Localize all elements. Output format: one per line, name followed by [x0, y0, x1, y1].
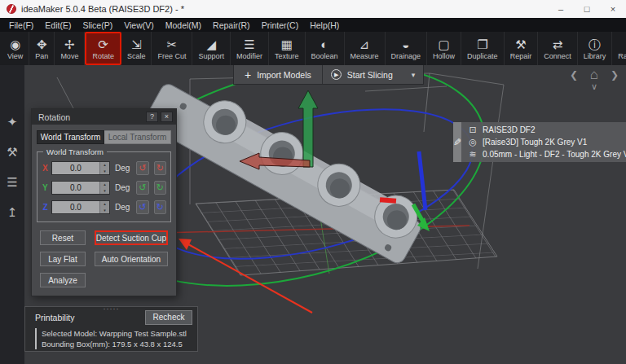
z-unit-label: Deg: [115, 203, 130, 212]
detect-suction-cup-button[interactable]: Detect Suction Cup: [95, 230, 168, 245]
y-unit-label: Deg: [115, 183, 130, 192]
ideamaker-window: ideaMaker 5.0.4 Beta (RAISE3D DF2) - * –…: [0, 0, 626, 364]
analyze-button[interactable]: Analyze: [40, 273, 86, 287]
lay-flat-button[interactable]: Lay Flat: [40, 252, 86, 266]
rotate-y-ccw-button[interactable]: ↺: [136, 181, 148, 195]
slicing-dropdown-caret[interactable]: ▾: [412, 71, 416, 79]
menu-edit[interactable]: Edit(E): [39, 20, 77, 30]
toolbar-view[interactable]: ◉ View: [2, 32, 29, 65]
rotation-panel-header[interactable]: Rotation ? ×: [32, 109, 176, 125]
menu-model[interactable]: Model(M): [160, 20, 207, 30]
rotate-view-right-button[interactable]: ❯: [611, 69, 619, 81]
home-view-button[interactable]: ⌂: [590, 68, 598, 81]
rotate-z-cw-button[interactable]: ↻: [154, 200, 166, 214]
tab-local-transform[interactable]: Local Transform: [104, 130, 171, 144]
main-toolbar: ◉ View ✥ Pan ✢ Move ⟳ Rotate ⇲ Scale ✂ F…: [0, 32, 626, 65]
toolbar-modifier[interactable]: ☰ Modifier: [231, 32, 269, 65]
x-spin-up[interactable]: ▴: [100, 162, 109, 169]
export-icon[interactable]: ↥: [7, 206, 18, 219]
y-spin-down[interactable]: ▾: [100, 188, 109, 195]
x-spin-down[interactable]: ▾: [100, 169, 109, 175]
printer-info-panel: ✎ ⊡ RAISE3D DF2 ◎ [Raise3D] Tough 2K Gre…: [453, 122, 626, 162]
filament-row: ◎ [Raise3D] Tough 2K Grey V1: [468, 137, 626, 147]
toolbar-boolean[interactable]: ◐ Boolean: [306, 32, 345, 65]
edit-print-settings[interactable]: ✎: [453, 122, 461, 162]
rotate-view-left-button[interactable]: ❮: [570, 69, 578, 81]
menu-slice[interactable]: Slice(P): [77, 20, 118, 30]
rotate-z-ccw-button[interactable]: ↺: [136, 200, 148, 214]
toolbar-raisecloud[interactable]: ☁ RaiseCloud: [612, 32, 626, 65]
z-spin-up[interactable]: ▴: [100, 201, 109, 208]
toolbar-pan[interactable]: ✥ Pan: [29, 32, 55, 65]
toolbar-free-cut[interactable]: ✂ Free Cut: [152, 32, 192, 65]
tab-world-transform[interactable]: World Transform: [37, 130, 104, 144]
hand-icon: ✥: [37, 37, 47, 51]
rotation-x-input[interactable]: [52, 162, 99, 174]
help-button[interactable]: ?: [146, 112, 158, 122]
toolbar-drainage[interactable]: ◒ Drainage: [386, 32, 428, 65]
action-bar: + Import Models ▶ Start Slicing ▾: [233, 64, 424, 85]
group-label: World Transform: [43, 147, 107, 156]
auto-orientation-button[interactable]: Auto Orientation: [95, 252, 168, 266]
rotate-y-cw-button[interactable]: ↻: [154, 181, 166, 195]
connect-icon: ⇄: [553, 37, 563, 51]
bounding-box-line: Bounding Box(mm): 179.5 x 43.8 x 124.5: [42, 339, 187, 349]
texture-icon: ▦: [281, 37, 293, 51]
toolbar-support[interactable]: ◢ Support: [192, 32, 231, 65]
eye-icon: ◉: [10, 37, 20, 51]
reset-button[interactable]: Reset: [40, 230, 86, 245]
rotate-x-ccw-button[interactable]: ↺: [136, 161, 148, 175]
import-models-button[interactable]: + Import Models: [234, 65, 322, 84]
rotate-x-cw-button[interactable]: ↻: [154, 161, 166, 175]
ruler-icon: ⊿: [359, 37, 370, 51]
wrench-plus-icon: ⚒: [515, 37, 526, 51]
boolean-icon: ◐: [321, 37, 328, 51]
accent-bar: [35, 328, 37, 349]
magic-wand-icon[interactable]: ✦: [7, 116, 18, 129]
rotation-z-input[interactable]: [52, 201, 99, 213]
axis-x-label: X: [42, 164, 49, 173]
toolbar-connect[interactable]: ⇄ Connect: [538, 32, 578, 65]
toolbar-texture[interactable]: ▦ Texture: [269, 32, 306, 65]
recheck-button[interactable]: Recheck: [145, 310, 192, 325]
title-bar: ideaMaker 5.0.4 Beta (RAISE3D DF2) - * –…: [0, 0, 626, 18]
printability-panel: ····· Printability Recheck Selected Mode…: [24, 306, 198, 352]
rotation-y-input[interactable]: [52, 182, 99, 194]
toolbar-scale[interactable]: ⇲ Scale: [121, 32, 152, 65]
menu-view[interactable]: View(V): [118, 20, 160, 30]
menu-bar: File(F) Edit(E) Slice(P) View(V) Model(M…: [0, 18, 626, 32]
close-button[interactable]: ×: [600, 0, 626, 18]
minimize-button[interactable]: –: [548, 0, 574, 18]
toolbar-move[interactable]: ✢ Move: [55, 32, 85, 65]
drag-handle[interactable]: ·····: [104, 305, 120, 313]
left-sidebar: ✦ ⚒ ☰ ↥: [0, 65, 24, 364]
menu-repair[interactable]: Repair(R): [207, 20, 256, 30]
wrench-icon[interactable]: ⚒: [7, 146, 17, 159]
z-spin-down[interactable]: ▾: [100, 208, 109, 214]
play-icon: ▶: [331, 69, 342, 80]
list-icon[interactable]: ☰: [7, 176, 17, 189]
toolbar-duplicate[interactable]: ❐ Duplicate: [461, 32, 505, 65]
rotation-actions: Reset Detect Suction Cup Lay Flat Auto O…: [40, 230, 168, 287]
maximize-button[interactable]: □: [574, 0, 600, 18]
toolbar-library[interactable]: ⓘ Library: [578, 32, 613, 65]
duplicate-icon: ❐: [477, 37, 487, 51]
profile-row: ≋ 0.05mm - Light - DF2 - Tough 2K Grey V…: [468, 149, 626, 160]
start-slicing-button[interactable]: ▶ Start Slicing ▾: [323, 65, 424, 84]
menu-help[interactable]: Help(H): [304, 20, 345, 30]
selected-model-line: Selected Model: Warpping Test Sample.stl: [42, 328, 187, 339]
y-spin-up[interactable]: ▴: [100, 182, 109, 188]
toolbar-rotate[interactable]: ⟳ Rotate: [85, 32, 121, 65]
rotate-view-down-button[interactable]: ∨: [568, 82, 620, 91]
toolbar-measure[interactable]: ⊿ Measure: [345, 32, 386, 65]
scale-icon: ⇲: [131, 37, 142, 51]
rotation-panel-title: Rotation: [38, 112, 143, 122]
toolbar-repair[interactable]: ⚒ Repair: [505, 32, 539, 65]
menu-printer[interactable]: Printer(C): [256, 20, 305, 30]
plus-icon: +: [245, 70, 251, 80]
menu-file[interactable]: File(F): [3, 20, 39, 30]
toolbar-hollow[interactable]: ▢ Hollow: [427, 32, 461, 65]
move-arrows-icon: ✢: [64, 37, 75, 51]
panel-close-button[interactable]: ×: [161, 112, 173, 122]
printer-row: ⊡ RAISE3D DF2: [468, 125, 626, 135]
